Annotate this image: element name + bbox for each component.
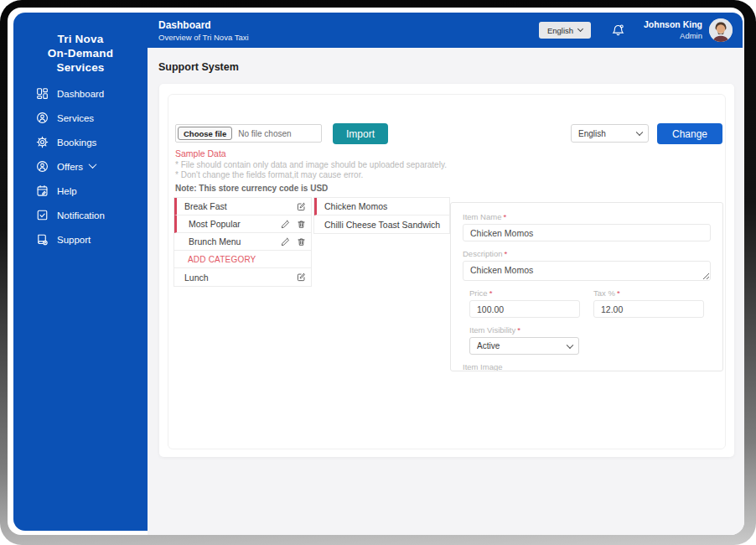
required-marker: * [617, 288, 620, 298]
delete-trash-icon[interactable] [297, 220, 306, 229]
file-status-text: No file chosen [238, 129, 291, 138]
person-circle-icon [36, 112, 49, 124]
chevron-down-icon [89, 160, 97, 169]
menu-item-list: Chicken Momos Chilli Cheese Toast Sandwi… [313, 197, 450, 234]
import-button[interactable]: Import [333, 123, 388, 144]
item-visibility-label: Item Visibility* [469, 325, 711, 335]
sidebar-item-label: Bookings [57, 138, 96, 148]
calendar-icon [36, 184, 49, 197]
required-marker: * [489, 288, 493, 298]
app-window: Tri Nova On-Demand Services Dashboard Se… [8, 8, 744, 535]
person-circle-icon [36, 160, 49, 173]
user-name: Johnson King [644, 19, 702, 29]
description-textarea[interactable]: Chicken Momos [463, 261, 711, 281]
edit-pencil-icon[interactable] [281, 220, 290, 229]
sample-data-link[interactable]: Sample Data [175, 148, 226, 158]
page-title: Support System [158, 61, 239, 73]
tax-label: Tax %* [593, 288, 692, 298]
item-image-label: Item Image [463, 362, 711, 371]
category-row[interactable]: Lunch [174, 268, 311, 286]
category-row[interactable]: Break Fast [174, 198, 311, 215]
import-file-input[interactable]: Choose file No file chosen [175, 124, 322, 143]
menu-item-row[interactable]: Chilli Cheese Toast Sandwich [314, 215, 449, 233]
description-label: Description* [463, 249, 711, 258]
sidebar-item-bookings[interactable]: Bookings [13, 130, 148, 154]
required-marker: * [505, 249, 508, 258]
sidebar-item-label: Notification [57, 210, 105, 221]
choose-file-button[interactable]: Choose file [178, 127, 232, 140]
brand-line: On-Demand [13, 46, 148, 60]
user-role: Admin [644, 31, 702, 41]
edit-icon[interactable] [297, 272, 306, 282]
menu-item-label: Chicken Momos [324, 201, 444, 211]
device-frame: Tri Nova On-Demand Services Dashboard Se… [0, 0, 756, 545]
edit-icon[interactable] [297, 202, 306, 211]
calendar-check-icon [36, 209, 49, 221]
sidebar-item-label: Dashboard [57, 89, 104, 99]
topbar-titles: Dashboard Overview of Tri Nova Taxi [158, 19, 249, 42]
import-note: * Don't change the fields format,it may … [175, 170, 363, 179]
item-name-label: Item Name* [463, 212, 711, 221]
sidebar-nav: Dashboard Services Bookings [13, 81, 148, 252]
menu-import-panel: Choose file No file chosen Import Englis… [168, 94, 726, 449]
sidebar-item-label: Offers [57, 162, 83, 172]
chevron-down-icon [577, 26, 583, 32]
sidebar-item-help[interactable]: Help [13, 179, 148, 203]
sidebar-item-label: Support [57, 235, 91, 245]
item-visibility-select-wrapper: Active [469, 337, 579, 355]
user-info: Johnson King Admin [644, 19, 702, 41]
currency-note: Note: This store currency code is USD [175, 184, 328, 193]
language-select[interactable]: English [571, 124, 649, 143]
brand-line: Tri Nova [13, 32, 148, 46]
price-input[interactable] [469, 300, 580, 318]
sidebar-item-label: Services [57, 113, 94, 123]
topbar-title: Dashboard [158, 19, 249, 31]
add-category-button[interactable]: ADD CATEGORY [174, 251, 311, 268]
category-row[interactable]: Most Popular [174, 215, 311, 233]
sidebar-item-offers[interactable]: Offers [13, 154, 148, 179]
item-form: Item Name* Description* Chicken Momos Pr… [450, 202, 723, 371]
tax-input[interactable] [593, 300, 704, 318]
item-visibility-select[interactable]: Active [469, 337, 579, 355]
change-button[interactable]: Change [657, 123, 722, 144]
sidebar-item-label: Help [57, 186, 77, 196]
menu-item-row[interactable]: Chicken Momos [314, 198, 449, 215]
category-list: Break Fast Most Popular [173, 197, 312, 287]
category-label: Break Fast [184, 201, 297, 211]
sidebar-item-dashboard[interactable]: Dashboard [13, 81, 148, 106]
book-badge-icon [36, 233, 49, 246]
sidebar-item-services[interactable]: Services [13, 106, 148, 130]
item-name-input[interactable] [463, 224, 711, 241]
sidebar-item-support[interactable]: Support [13, 227, 148, 252]
dashboard-grid-icon [36, 87, 49, 100]
brand-line: Services [13, 60, 148, 75]
avatar[interactable] [709, 18, 733, 42]
category-row[interactable]: Brunch Menu [174, 233, 311, 251]
gear-icon [36, 136, 49, 148]
delete-trash-icon[interactable] [297, 237, 306, 247]
language-select-wrapper: English [571, 124, 649, 143]
menu-item-label: Chilli Cheese Toast Sandwich [324, 220, 444, 230]
sidebar: Tri Nova On-Demand Services Dashboard Se… [13, 13, 148, 531]
add-category-label: ADD CATEGORY [188, 255, 306, 264]
topbar-subtitle: Overview of Tri Nova Taxi [158, 33, 249, 42]
main-content: Support System Choose file No file chose… [148, 48, 744, 535]
edit-pencil-icon[interactable] [281, 237, 290, 247]
header-language-dropdown[interactable]: English [539, 22, 591, 39]
required-marker: * [517, 325, 520, 335]
brand-logo: Tri Nova On-Demand Services [13, 13, 148, 75]
required-marker: * [503, 212, 506, 221]
category-label: Brunch Menu [189, 236, 281, 247]
category-label: Most Popular [189, 219, 281, 229]
notification-bell-icon[interactable] [611, 23, 625, 38]
import-note: * File should contain only data and imag… [175, 160, 447, 169]
category-label: Lunch [184, 272, 297, 283]
header-language-label: English [547, 26, 573, 35]
sidebar-item-notification[interactable]: Notification [13, 203, 148, 227]
topbar: Dashboard Overview of Tri Nova Taxi Engl… [148, 13, 743, 48]
price-label: Price* [469, 288, 568, 298]
support-card: Choose file No file chosen Import Englis… [159, 84, 734, 457]
